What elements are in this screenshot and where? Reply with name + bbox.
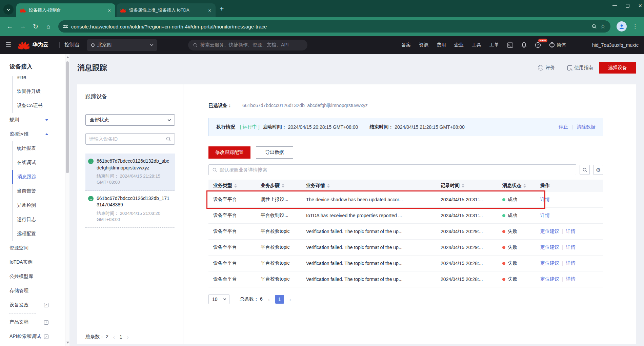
column-header-4[interactable]: 消息状态 <box>498 183 536 189</box>
export-data-button[interactable]: 导出数据 <box>256 146 293 159</box>
select-device-button[interactable]: 选择设备 <box>599 62 636 74</box>
sort-icon[interactable] <box>462 184 464 188</box>
sidebar-item-监控运维[interactable]: 监控运维 <box>0 127 53 141</box>
sort-icon[interactable] <box>282 184 284 188</box>
status-filter-select[interactable]: 全部状态 <box>85 114 175 126</box>
hamburger-menu-icon[interactable]: ☰ <box>5 41 11 49</box>
next-page-icon[interactable]: › <box>127 334 128 340</box>
column-header-2[interactable]: 业务详情 <box>301 183 436 189</box>
sidebar-item-异常检测[interactable]: 异常检测 <box>12 198 53 212</box>
detail-link[interactable]: 详情 <box>566 276 576 282</box>
page-size-select[interactable]: 10 <box>208 294 229 304</box>
sidebar-item-群组[interactable]: 群组 <box>12 76 53 84</box>
locate-suggestion-link[interactable]: 定位建议 <box>540 276 559 282</box>
clear-data-link[interactable]: 清除数据 <box>577 124 596 130</box>
site-info-icon[interactable] <box>63 25 68 28</box>
home-button[interactable]: ⌂ <box>43 21 54 32</box>
sidebar-item-设备CA证书[interactable]: 设备CA证书 <box>12 99 53 113</box>
nav-link-4[interactable]: 工具 <box>472 42 481 48</box>
reload-button[interactable]: ↻ <box>30 21 41 32</box>
sidebar-item-设备发放[interactable]: 设备发放↗ <box>0 298 53 312</box>
column-header-1[interactable]: 业务步骤 <box>256 183 301 189</box>
sort-icon[interactable] <box>523 184 526 188</box>
column-header-3[interactable]: 记录时间 <box>436 183 498 189</box>
locate-suggestion-link[interactable]: 定位建议 <box>540 260 559 266</box>
sidebar-item-产品文档[interactable]: 产品文档↗ <box>0 315 53 329</box>
nav-link-3[interactable]: 企业 <box>454 42 464 48</box>
prev-page-icon[interactable]: ‹ <box>268 297 270 302</box>
brand-name[interactable]: 华为云 <box>32 41 48 48</box>
back-button[interactable]: ← <box>4 21 16 32</box>
detail-link[interactable]: 详情 <box>540 197 550 202</box>
detail-link[interactable]: 详情 <box>566 244 576 250</box>
next-page-icon[interactable]: › <box>289 297 291 302</box>
detail-link[interactable]: 详情 <box>540 212 550 218</box>
tab-search-button[interactable] <box>3 4 14 15</box>
sidebar-item-软固件升级[interactable]: 软固件升级 <box>12 84 53 99</box>
page-number[interactable]: 1 <box>120 334 122 340</box>
sidebar-item-公共模型库[interactable]: 公共模型库 <box>0 269 53 284</box>
sidebar-item-在线调试[interactable]: 在线调试 <box>12 156 53 170</box>
detail-link[interactable]: 详情 <box>566 228 576 234</box>
tab-close-icon[interactable]: × <box>107 7 112 13</box>
sidebar-item-当前告警[interactable]: 当前告警 <box>12 184 53 198</box>
region-selector[interactable]: 北京四 <box>87 39 157 51</box>
sidebar-item-IoTDA实例[interactable]: IoTDA实例 <box>0 255 53 269</box>
modify-trace-config-button[interactable]: 修改跟踪配置 <box>208 146 250 159</box>
search-button[interactable] <box>580 165 590 175</box>
user-guide-button[interactable]: 使用指南 <box>567 65 593 71</box>
scroll-up-arrow[interactable] <box>66 56 69 58</box>
sort-icon[interactable] <box>327 184 330 188</box>
nav-link-0[interactable]: 备案 <box>401 42 411 48</box>
sidebar-item-消息跟踪[interactable]: 消息跟踪 <box>12 170 53 184</box>
close-button[interactable]: × <box>638 3 642 9</box>
locate-suggestion-link[interactable]: 定位建议 <box>540 244 559 250</box>
zoom-out-icon[interactable] <box>591 24 597 29</box>
device-list-item[interactable]: →661bc67d7bdccc0126d132db_1713147048389结… <box>85 191 175 228</box>
table-search-input[interactable] <box>220 167 572 172</box>
browser-tab-active[interactable]: 设备接入-控制台 × <box>16 3 115 17</box>
sidebar-item-API检索和调试[interactable]: API检索和调试↗ <box>0 329 53 344</box>
stop-link[interactable]: 停止 <box>559 124 568 130</box>
notification-bell-icon[interactable] <box>521 42 527 48</box>
sidebar-item-远程配置[interactable]: 远程配置 <box>12 227 53 241</box>
console-search-input[interactable]: 搜索云服务、快捷操作、资源、文档、API <box>188 40 307 50</box>
help-icon[interactable]: ? NEW <box>535 42 541 48</box>
sidebar-item-论坛求助[interactable]: 论坛求助↗ <box>0 344 53 346</box>
nav-link-5[interactable]: 工单 <box>489 42 499 48</box>
detail-link[interactable]: 详情 <box>566 260 576 266</box>
sidebar-item-存储管理[interactable]: 存储管理 <box>0 284 53 298</box>
feedback-button[interactable]: 评价 <box>538 65 555 71</box>
scrollbar-thumb[interactable] <box>66 61 69 173</box>
locate-suggestion-link[interactable]: 定位建议 <box>540 228 559 234</box>
sidebar-item-统计报表[interactable]: 统计报表 <box>12 141 53 156</box>
bookmark-star-icon[interactable]: ☆ <box>600 23 606 30</box>
selected-device-link[interactable]: 661bc67d7bdccc0126d132db_abcdefghijklmno… <box>242 103 368 109</box>
nav-link-2[interactable]: 费用 <box>437 42 446 48</box>
sidebar-item-运行日志[interactable]: 运行日志 <box>12 212 53 227</box>
search-icon[interactable] <box>166 136 171 142</box>
page-number[interactable]: 1 <box>275 295 284 304</box>
maximize-button[interactable] <box>626 4 629 8</box>
sidebar-scrollbar[interactable] <box>65 54 69 346</box>
address-bar[interactable]: console.huaweicloud.com/iotdm/?region=cn… <box>58 20 610 33</box>
profile-avatar[interactable] <box>617 21 627 32</box>
sort-icon[interactable] <box>234 184 237 188</box>
settings-button[interactable]: ⚙ <box>593 165 603 175</box>
console-terminal-icon[interactable] <box>507 42 513 48</box>
prev-page-icon[interactable]: ‹ <box>113 334 115 340</box>
sidebar-item-资源空间[interactable]: 资源空间 <box>0 241 53 255</box>
browser-menu-icon[interactable]: ⋮ <box>630 23 640 30</box>
column-header-0[interactable]: 业务类型 <box>208 183 256 189</box>
scroll-down-arrow[interactable] <box>66 342 69 344</box>
minimize-button[interactable] <box>612 5 617 6</box>
account-username[interactable]: hid_7oa3uuxfq_muxtc <box>592 42 639 48</box>
device-list-item[interactable]: →661bc67d7bdccc0126d132db_abcdefghijklmn… <box>85 154 175 191</box>
forward-button[interactable]: → <box>17 21 28 32</box>
nav-link-1[interactable]: 资源 <box>419 42 428 48</box>
browser-tab-2[interactable]: 设备属性上报_设备接入 IoTDA × <box>117 3 216 17</box>
sidebar-item-规则[interactable]: 规则 <box>0 113 53 127</box>
console-link[interactable]: 控制台 <box>64 42 80 48</box>
device-id-input[interactable] <box>89 136 166 142</box>
new-tab-button[interactable]: + <box>220 5 224 13</box>
